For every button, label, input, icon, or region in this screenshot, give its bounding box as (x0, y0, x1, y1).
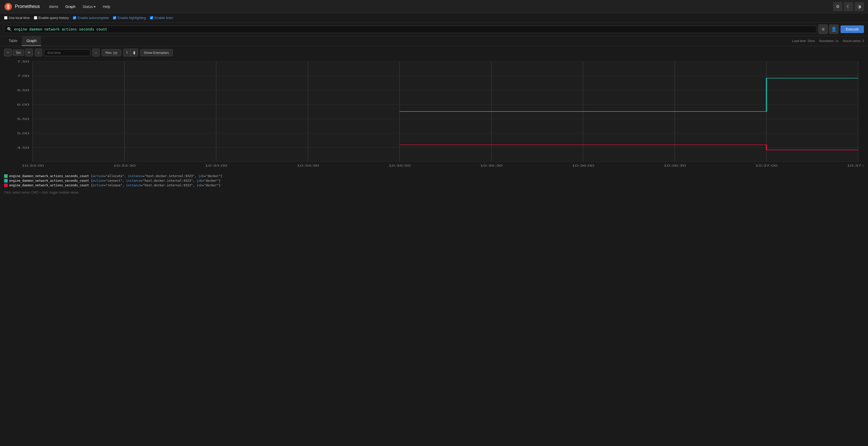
svg-text:6.00: 6.00 (17, 103, 29, 106)
svg-text:10:33:00: 10:33:00 (22, 164, 44, 167)
next-time-button[interactable]: › (92, 49, 100, 57)
legend-color-allocate (4, 174, 8, 178)
linter-input[interactable] (150, 16, 153, 20)
legend-color-release (4, 183, 8, 187)
nav-graph[interactable]: Graph (62, 3, 79, 10)
svg-text:10:34:00: 10:34:00 (205, 164, 227, 167)
legend-item-allocate[interactable]: engine_daemon_network_actions_seconds_co… (4, 174, 864, 178)
svg-text:5.00: 5.00 (17, 132, 29, 135)
search-side-buttons: ≡ 👤 (818, 25, 838, 34)
search-bar: 🔍 ≡ 👤 Execute (0, 23, 868, 36)
svg-text:10:35:30: 10:35:30 (480, 164, 502, 167)
navbar: Prometheus Alerts Graph Status ▾ Help ⚙ … (0, 0, 868, 13)
increase-range-button[interactable]: + (25, 49, 33, 57)
legend-item-release[interactable]: engine_daemon_network_actions_seconds_co… (4, 183, 864, 187)
resolution: Resolution: 1s (819, 39, 838, 43)
time-range-value: 5m (13, 49, 24, 56)
prometheus-logo-icon (4, 3, 12, 11)
prev-time-button[interactable]: ‹ (35, 49, 42, 57)
svg-rect-5 (8, 8, 9, 8)
line-chart-button[interactable]: ⌇ (123, 49, 130, 56)
legend: engine_daemon_network_actions_seconds_co… (0, 172, 868, 190)
list-view-icon[interactable]: ≡ (818, 25, 828, 34)
svg-rect-4 (7, 7, 9, 7)
local-time-checkbox[interactable]: Use local time (4, 16, 30, 20)
result-series: Result series: 3 (843, 39, 864, 43)
autocomplete-checkbox[interactable]: Enable autocomplete (73, 16, 109, 20)
svg-text:10:34:30: 10:34:30 (297, 164, 319, 167)
svg-text:10:36:30: 10:36:30 (664, 164, 686, 167)
svg-text:7.00: 7.00 (17, 74, 29, 77)
brand: Prometheus (4, 3, 40, 11)
svg-rect-3 (7, 6, 9, 7)
svg-rect-2 (7, 5, 9, 6)
settings-icon[interactable]: ⚙ (833, 2, 842, 11)
legend-label-connect: engine_daemon_network_actions_seconds_co… (9, 179, 221, 182)
svg-text:10:37:00: 10:37:00 (755, 164, 778, 167)
svg-text:10:36:00: 10:36:00 (572, 164, 594, 167)
controls-row: − 5m + ‹ › Res. (s) ⌇ ▮ Show Exemplars (0, 46, 868, 59)
svg-text:10:33:30: 10:33:30 (114, 164, 136, 167)
linter-checkbox[interactable]: Enable linter (150, 16, 173, 20)
query-history-checkbox[interactable]: Enable query history (34, 16, 69, 20)
search-icon: 🔍 (7, 27, 12, 32)
legend-color-connect (4, 179, 8, 182)
nav-items: Alerts Graph Status ▾ Help (46, 3, 833, 10)
top-bar: Use local time Enable query history Enab… (0, 13, 868, 23)
end-time-input[interactable] (44, 49, 90, 56)
nav-alerts[interactable]: Alerts (46, 3, 61, 10)
time-range-controls: − 5m + (4, 49, 33, 57)
legend-label-allocate: engine_daemon_network_actions_seconds_co… (9, 174, 222, 178)
tabs: Table Graph (4, 36, 41, 46)
legend-hint: Click: select series; CMD + click: toggl… (0, 190, 868, 197)
user-icon[interactable]: 👤 (829, 25, 838, 34)
svg-text:10:37:30: 10:37:30 (847, 164, 864, 167)
query-history-input[interactable] (34, 16, 37, 20)
navbar-right: ⚙ ☾ ◑ (833, 2, 864, 11)
svg-text:5.50: 5.50 (17, 117, 29, 121)
search-input[interactable] (14, 27, 814, 31)
execute-button[interactable]: Execute (841, 25, 864, 33)
load-time: Load time: 18ms (792, 39, 815, 43)
local-time-input[interactable] (4, 16, 7, 20)
svg-text:10:35:00: 10:35:00 (389, 164, 411, 167)
tabs-row: Table Graph Load time: 18ms Resolution: … (0, 36, 868, 46)
highlighting-checkbox[interactable]: Enable highlighting (113, 16, 146, 20)
meta-info: Load time: 18ms Resolution: 1s Result se… (792, 39, 864, 43)
resolution-button[interactable]: Res. (s) (102, 49, 121, 56)
svg-rect-1 (8, 5, 9, 5)
autocomplete-input[interactable] (73, 16, 76, 20)
tab-graph[interactable]: Graph (22, 36, 41, 46)
search-input-wrap: 🔍 (4, 26, 816, 33)
nav-help[interactable]: Help (100, 3, 113, 10)
svg-text:4.50: 4.50 (17, 146, 29, 149)
app-title: Prometheus (15, 4, 40, 9)
time-series-chart: 7.50 7.00 6.50 6.00 5.50 5.00 4.50 10:33… (4, 59, 864, 172)
bar-chart-button[interactable]: ▮ (130, 49, 138, 56)
svg-text:7.50: 7.50 (17, 60, 29, 63)
legend-item-connect[interactable]: engine_daemon_network_actions_seconds_co… (4, 179, 864, 182)
moon-icon[interactable]: ☾ (844, 2, 853, 11)
tab-table[interactable]: Table (4, 36, 22, 46)
chevron-down-icon: ▾ (94, 5, 95, 9)
chart-type-buttons: ⌇ ▮ (123, 49, 138, 57)
nav-status[interactable]: Status ▾ (80, 3, 99, 10)
legend-label-release: engine_daemon_network_actions_seconds_co… (9, 183, 221, 187)
decrease-range-button[interactable]: − (4, 49, 12, 57)
contrast-icon[interactable]: ◑ (855, 2, 864, 11)
chart-area: 7.50 7.00 6.50 6.00 5.50 5.00 4.50 10:33… (4, 59, 864, 172)
svg-text:6.50: 6.50 (17, 89, 29, 92)
show-exemplars-button[interactable]: Show Exemplars (140, 49, 173, 56)
highlighting-input[interactable] (113, 16, 116, 20)
